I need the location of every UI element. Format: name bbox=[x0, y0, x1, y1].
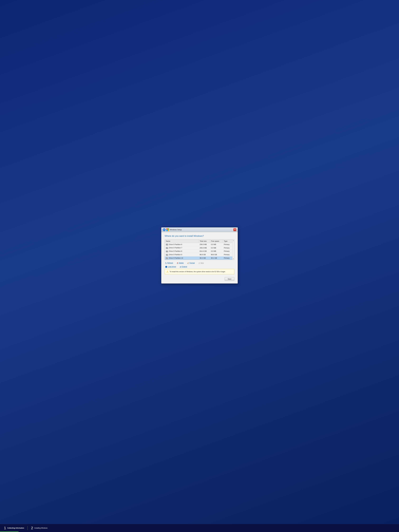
format-button[interactable]: ✔ Format bbox=[187, 262, 195, 264]
drive-icon bbox=[166, 257, 168, 259]
cell-name: Drive 0 Partition 9 bbox=[165, 253, 199, 256]
col-free-space: Free space bbox=[210, 240, 223, 243]
scroll-up-icon[interactable]: ▲ bbox=[233, 240, 234, 241]
format-icon: ✔ bbox=[187, 262, 189, 264]
partition-table-wrapper: Name Total size Free space Type Drive 0 … bbox=[165, 240, 234, 260]
tool-row-1: ↻ Refresh ✕ Delete ✔ Format ✦ New bbox=[165, 262, 234, 264]
cell-name: Drive 0 Partition 8 bbox=[165, 250, 199, 253]
col-total-size: Total size bbox=[199, 240, 210, 243]
table-row[interactable]: Drive 0 Partition 6 256.0 MB 0.0 MB Prim… bbox=[165, 243, 232, 246]
cell-free-space: 0.0 MB bbox=[210, 243, 223, 246]
next-button[interactable]: Next bbox=[225, 277, 234, 281]
progress-bar-area: 1 Collecting information 2 Installing Wi… bbox=[0, 524, 399, 532]
desktop: ← Windows Setup ✕ Where do you want to i… bbox=[0, 0, 399, 532]
refresh-button[interactable]: ↻ Refresh bbox=[165, 262, 174, 264]
title-bar-left: ← Windows Setup bbox=[163, 228, 182, 231]
step-1-number: 1 bbox=[4, 526, 6, 530]
load-driver-icon: ⬤ bbox=[165, 266, 167, 268]
cell-free-space: 30.1 GB bbox=[210, 256, 223, 260]
tool-row-2: ⬤ Load driver ⇄ Extend bbox=[165, 265, 234, 268]
step-1: 1 Collecting information bbox=[4, 526, 24, 530]
extend-button[interactable]: ⇄ Extend bbox=[179, 265, 188, 268]
progress-line bbox=[0, 532, 19, 532]
windows-logo-icon bbox=[166, 228, 169, 231]
step-2-number: 2 bbox=[31, 526, 33, 530]
dialog-body: Where do you want to install Windows? Na… bbox=[161, 232, 238, 284]
table-row[interactable]: Drive 0 Partition 10 30.2 GB 30.1 GB Pri… bbox=[165, 256, 232, 260]
delete-button[interactable]: ✕ Delete bbox=[176, 262, 184, 264]
drive-icon bbox=[166, 247, 168, 249]
cell-type: Primary bbox=[223, 253, 232, 256]
drive-icon bbox=[166, 250, 168, 252]
new-icon: ✦ bbox=[198, 262, 200, 264]
cell-type: Primary bbox=[223, 246, 232, 250]
cell-free-space: 98.6 GB bbox=[210, 253, 223, 256]
table-row[interactable]: Drive 0 Partition 7 256.0 MB 0.0 MB Prim… bbox=[165, 246, 232, 250]
cell-free-space: 0.0 MB bbox=[210, 246, 223, 250]
new-button[interactable]: ✦ New bbox=[198, 262, 204, 264]
cell-total-size: 256.0 MB bbox=[199, 243, 210, 246]
cell-name: Drive 0 Partition 6 bbox=[165, 243, 199, 246]
step-2: 2 Installing Windows bbox=[31, 526, 48, 530]
warning-icon: ⚠ bbox=[166, 270, 169, 273]
cell-free-space: 0.0 MB bbox=[210, 250, 223, 253]
title-bar: ← Windows Setup ✕ bbox=[161, 228, 238, 232]
close-button[interactable]: ✕ bbox=[233, 228, 236, 231]
cell-total-size: 256.0 MB bbox=[199, 246, 210, 250]
scroll-down-icon[interactable]: ▼ bbox=[233, 258, 234, 260]
cell-type: Primary bbox=[223, 256, 232, 260]
cell-total-size: 814.4 GB bbox=[199, 250, 210, 253]
cell-total-size: 30.2 GB bbox=[199, 256, 210, 260]
table-row[interactable]: Drive 0 Partition 8 814.4 GB 0.0 MB Prim… bbox=[165, 250, 232, 253]
warning-text: To install this version of Windows, the … bbox=[170, 271, 226, 272]
col-name: Name bbox=[165, 240, 199, 243]
delete-icon: ✕ bbox=[177, 262, 178, 264]
refresh-icon: ↻ bbox=[165, 262, 167, 264]
table-row[interactable]: Drive 0 Partition 9 98.6 GB 98.6 GB Prim… bbox=[165, 253, 232, 256]
step-2-label: Installing Windows bbox=[34, 527, 48, 529]
drive-icon bbox=[166, 254, 168, 256]
back-button[interactable]: ← bbox=[163, 228, 166, 231]
dialog-title: Windows Setup bbox=[170, 229, 182, 231]
scrollbar[interactable]: ▲ ▼ bbox=[232, 240, 234, 260]
step-1-label: Collecting information bbox=[7, 527, 24, 529]
cell-type: Primary bbox=[223, 250, 232, 253]
step-separator bbox=[27, 526, 28, 530]
partition-table-inner: Name Total size Free space Type Drive 0 … bbox=[165, 240, 232, 260]
page-heading: Where do you want to install Windows? bbox=[165, 235, 234, 237]
drive-icon bbox=[166, 244, 168, 245]
cell-name: Drive 0 Partition 10 bbox=[165, 256, 199, 260]
col-type: Type bbox=[223, 240, 232, 243]
extend-icon: ⇄ bbox=[180, 266, 181, 268]
load-driver-button[interactable]: ⬤ Load driver bbox=[165, 265, 177, 268]
cell-name: Drive 0 Partition 7 bbox=[165, 246, 199, 250]
cell-type: Primary bbox=[223, 243, 232, 246]
partition-table: Name Total size Free space Type Drive 0 … bbox=[165, 240, 232, 260]
warning-message: ⚠ To install this version of Windows, th… bbox=[165, 269, 234, 274]
cell-total-size: 98.6 GB bbox=[199, 253, 210, 256]
dialog-footer: Next bbox=[165, 276, 234, 281]
windows-setup-dialog: ← Windows Setup ✕ Where do you want to i… bbox=[161, 227, 238, 284]
